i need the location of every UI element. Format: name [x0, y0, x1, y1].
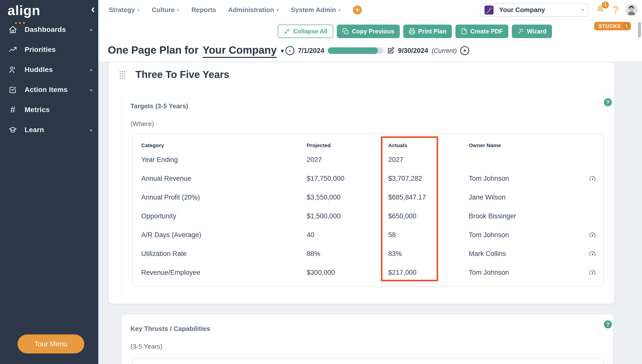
nav-culture[interactable]: Culture ▾: [152, 6, 179, 14]
top-navigation-bar: Strategy ▾ Culture ▾ Reports Administrat…: [98, 0, 642, 20]
previous-period-button[interactable]: ‹: [285, 46, 294, 55]
period-progress-bar[interactable]: [328, 47, 383, 54]
caret-down-icon: ▾: [581, 7, 584, 13]
chevron-right-icon: ▸: [90, 27, 93, 33]
nav-strategy[interactable]: Strategy ▾: [109, 6, 140, 14]
sidebar-item-dashboards[interactable]: Dashboards ▸: [0, 20, 98, 40]
help-icon[interactable]: ?: [604, 98, 612, 106]
page-scrollbar-thumb[interactable]: [638, 22, 641, 38]
tour-menu-button[interactable]: Tour Menu: [18, 334, 84, 353]
gauge-icon[interactable]: [589, 250, 596, 257]
help-button[interactable]: ?: [612, 4, 619, 16]
cell-actuals: $3,707,282: [388, 175, 469, 183]
cell-projected: $3,550,000: [307, 194, 388, 201]
edit-period-button[interactable]: [387, 47, 394, 54]
cell-actuals: 2027: [388, 156, 469, 164]
sidebar-item-priorities[interactable]: Priorities: [0, 40, 98, 60]
caret-down-icon: ▾: [177, 7, 179, 13]
nav-label: Culture: [152, 6, 175, 14]
company-selector-label: Your Company: [499, 6, 579, 14]
topbar-right-cluster: Your Company ▾ 1 ?: [480, 3, 637, 17]
table-row: Revenue/Employee $300,000 $217,000 Tom J…: [141, 263, 596, 282]
three-to-five-years-section: Three To Five Years Targets (3-5 Years) …: [109, 62, 614, 304]
sidebar-item-huddles[interactable]: Huddles ▸: [0, 60, 98, 80]
period-timeline: ‹ 7/1/2024 9/30/2024 (Current) +: [285, 46, 469, 55]
cell-owner: Tom Johnson: [469, 269, 586, 277]
table-row: Utilization Rate 88% 83% Mark Collins: [141, 244, 596, 263]
cell-owner: Jane Wilson: [469, 194, 586, 201]
trending-up-icon: [9, 45, 17, 54]
magic-wand-icon: [517, 28, 524, 35]
caret-down-icon: ▾: [137, 7, 140, 13]
check-square-icon: [9, 85, 17, 94]
cell-category: Annual Revenue: [141, 175, 307, 183]
column-header-category: Category: [141, 142, 307, 148]
copy-icon: [342, 28, 349, 35]
notifications-button[interactable]: 1: [595, 4, 606, 16]
print-plan-button[interactable]: Print Plan: [403, 25, 452, 38]
column-header-owner: Owner Name: [469, 142, 586, 148]
stucks-label: STUCKS: [599, 23, 621, 29]
cell-projected: 88%: [307, 250, 388, 258]
user-avatar[interactable]: [625, 4, 637, 16]
nav-reports[interactable]: Reports: [191, 6, 216, 14]
sidebar-item-label: Priorities: [25, 46, 56, 54]
table-row: Annual Revenue $17,750,000 $3,707,282 To…: [141, 169, 596, 188]
gauge-icon[interactable]: [589, 269, 596, 276]
sidebar-collapse-button[interactable]: ‹: [91, 4, 95, 15]
gauge-icon[interactable]: [589, 232, 596, 239]
table-body: Year Ending 2027 2027 Annual Revenue $17…: [141, 150, 596, 282]
nav-label: Strategy: [109, 6, 135, 14]
nav-label: Administration: [228, 6, 274, 14]
sidebar-item-metrics[interactable]: # Metrics: [0, 100, 98, 120]
stucks-badge[interactable]: STUCKS 1: [594, 22, 631, 30]
hash-icon: #: [9, 105, 17, 115]
button-label: Print Plan: [418, 28, 446, 35]
table-row: Annual Profit (20%) $3,550,000 $685,847.…: [141, 188, 596, 207]
cell-owner: Mark Collins: [469, 250, 586, 258]
cell-projected: $17,750,000: [307, 175, 388, 183]
sidebar-item-label: Dashboards: [25, 26, 66, 34]
plan-toolbar: Collapse All Copy Previous Print Plan Cr…: [278, 25, 552, 38]
table-row: A/R Days (Average) 40 58 Tom Johnson: [141, 226, 596, 244]
cell-actuals: $650,000: [388, 212, 469, 220]
cell-owner: Brook Bissinger: [469, 212, 586, 220]
key-thrusts-title: Key Thrusts / Capabilities: [130, 325, 210, 333]
cell-category: A/R Days (Average): [141, 231, 307, 239]
add-period-button[interactable]: +: [460, 46, 469, 55]
create-pdf-button[interactable]: Create PDF: [455, 25, 508, 38]
cell-actuals: $217,000: [388, 269, 469, 277]
caret-down-icon: ▾: [276, 7, 279, 13]
sidebar-item-label: Huddles: [25, 66, 53, 74]
users-icon: [9, 65, 17, 74]
nav-label: Reports: [191, 6, 216, 14]
nav-system-admin[interactable]: System Admin ▾: [291, 6, 341, 14]
nav-label: System Admin: [291, 6, 336, 14]
document-icon: [461, 28, 467, 35]
stucks-count: 1: [623, 23, 630, 29]
cell-projected: 40: [307, 231, 388, 239]
help-icon[interactable]: ?: [604, 320, 612, 328]
add-button[interactable]: +: [353, 6, 362, 15]
home-icon: [9, 25, 17, 34]
sidebar-item-learn[interactable]: Learn ▸: [0, 120, 98, 140]
copy-previous-button[interactable]: Copy Previous: [337, 25, 399, 38]
caret-down-icon[interactable]: ▾: [281, 47, 284, 55]
graduation-cap-icon: [9, 126, 17, 134]
company-selector[interactable]: Your Company ▾: [480, 3, 588, 17]
wizard-button[interactable]: Wizard: [512, 25, 552, 38]
gauge-icon[interactable]: [589, 175, 596, 182]
sidebar-item-action-items[interactable]: Action Items ▸: [0, 80, 98, 100]
sidebar-item-label: Metrics: [25, 106, 50, 114]
company-logo-icon: [485, 6, 494, 15]
app-window: align ‹ Dashboards ▸ Priorities Huddles …: [0, 0, 642, 364]
period-start-date: 7/1/2024: [298, 47, 324, 55]
nav-administration[interactable]: Administration ▾: [228, 6, 279, 14]
collapse-all-button[interactable]: Collapse All: [278, 25, 333, 38]
plan-company-dropdown[interactable]: Your Company: [203, 44, 277, 58]
drag-handle-icon[interactable]: [120, 71, 125, 79]
pencil-edit-icon: [387, 47, 394, 54]
chevron-right-icon: ▸: [90, 87, 93, 93]
cell-actuals: 58: [388, 231, 469, 239]
key-thrusts-subtitle: (3-5 Years): [130, 343, 162, 350]
